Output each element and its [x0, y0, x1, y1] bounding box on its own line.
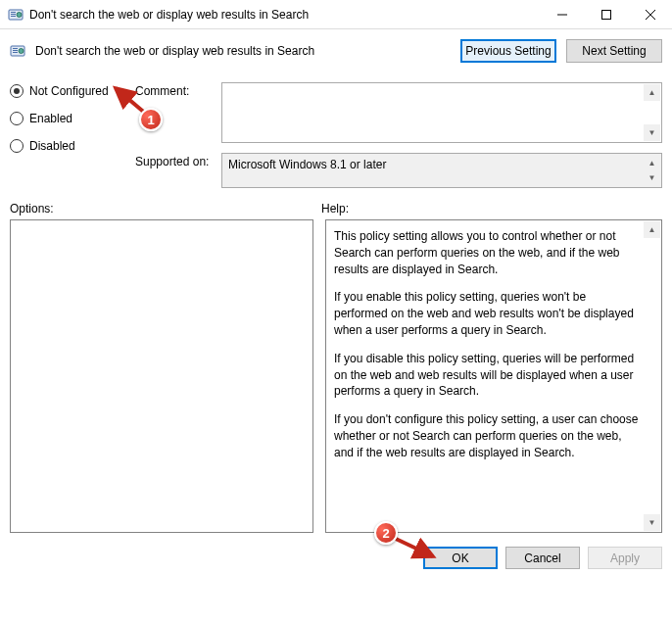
policy-title: Don't search the web or display web resu…: [35, 44, 451, 58]
window-title: Don't search the web or display web resu…: [29, 8, 540, 22]
annotation-badge-1: 1: [139, 108, 163, 131]
supported-row: Supported on: Microsoft Windows 8.1 or l…: [135, 153, 662, 188]
radio-label: Enabled: [29, 112, 72, 125]
apply-button[interactable]: Apply: [588, 547, 662, 569]
svg-rect-2: [11, 14, 16, 15]
help-label: Help:: [321, 202, 662, 216]
policy-header: Don't search the web or display web resu…: [0, 29, 672, 72]
maximize-button[interactable]: [584, 0, 628, 29]
policy-icon: [8, 7, 24, 23]
config-section: Not Configured Enabled Disabled 1 Commen…: [0, 72, 672, 188]
help-paragraph: If you disable this policy setting, quer…: [334, 351, 640, 400]
scroll-up-icon[interactable]: ▲: [644, 221, 660, 238]
annotation-arrow-2: [392, 535, 441, 564]
titlebar: Don't search the web or display web resu…: [0, 0, 672, 29]
scroll-down-icon[interactable]: ▼: [644, 169, 660, 186]
previous-setting-button[interactable]: Previous Setting: [460, 39, 556, 63]
help-paragraph: This policy setting allows you to contro…: [334, 228, 640, 277]
radio-disabled[interactable]: Disabled: [10, 139, 127, 153]
svg-rect-6: [601, 10, 610, 19]
options-panel: [10, 219, 313, 533]
cancel-button[interactable]: Cancel: [505, 547, 580, 569]
svg-rect-12: [13, 52, 18, 53]
minimize-button[interactable]: [540, 0, 584, 29]
close-button[interactable]: [628, 0, 672, 29]
radio-button-icon: [10, 112, 24, 125]
dialog-footer: 2 OK Cancel Apply: [0, 533, 672, 579]
help-paragraph: If you enable this policy setting, queri…: [334, 289, 640, 338]
panels: This policy setting allows you to contro…: [0, 219, 672, 533]
svg-line-15: [396, 539, 433, 556]
annotation-badge-2: 2: [374, 521, 398, 545]
svg-point-4: [17, 12, 22, 17]
scroll-up-icon[interactable]: ▲: [644, 84, 660, 101]
supported-label: Supported on:: [135, 153, 217, 168]
comment-row: Comment: ▲ ▼: [135, 82, 662, 143]
svg-rect-1: [11, 12, 16, 13]
svg-point-13: [19, 49, 24, 54]
radio-label: Not Configured: [29, 84, 109, 98]
panel-labels: Options: Help:: [0, 188, 672, 219]
help-paragraph: If you don't configure this policy setti…: [334, 411, 640, 460]
svg-rect-11: [13, 50, 18, 51]
scroll-down-icon[interactable]: ▼: [644, 124, 660, 141]
comment-textarea[interactable]: ▲ ▼: [221, 82, 662, 143]
supported-value: Microsoft Windows 8.1 or later: [228, 158, 386, 171]
radio-button-icon: [10, 139, 24, 153]
state-radio-group: Not Configured Enabled Disabled 1: [10, 82, 127, 188]
fields-column: Comment: ▲ ▼ Supported on: Microsoft Win…: [135, 82, 662, 188]
radio-label: Disabled: [29, 139, 75, 153]
help-panel: This policy setting allows you to contro…: [325, 219, 662, 533]
options-label: Options:: [10, 202, 321, 216]
radio-button-icon: [10, 84, 24, 98]
scroll-down-icon[interactable]: ▼: [644, 514, 660, 531]
svg-rect-3: [11, 16, 16, 17]
policy-icon: [10, 43, 25, 59]
next-setting-button[interactable]: Next Setting: [566, 39, 662, 63]
supported-textarea: Microsoft Windows 8.1 or later ▲ ▼: [221, 153, 662, 188]
svg-rect-10: [13, 48, 18, 49]
